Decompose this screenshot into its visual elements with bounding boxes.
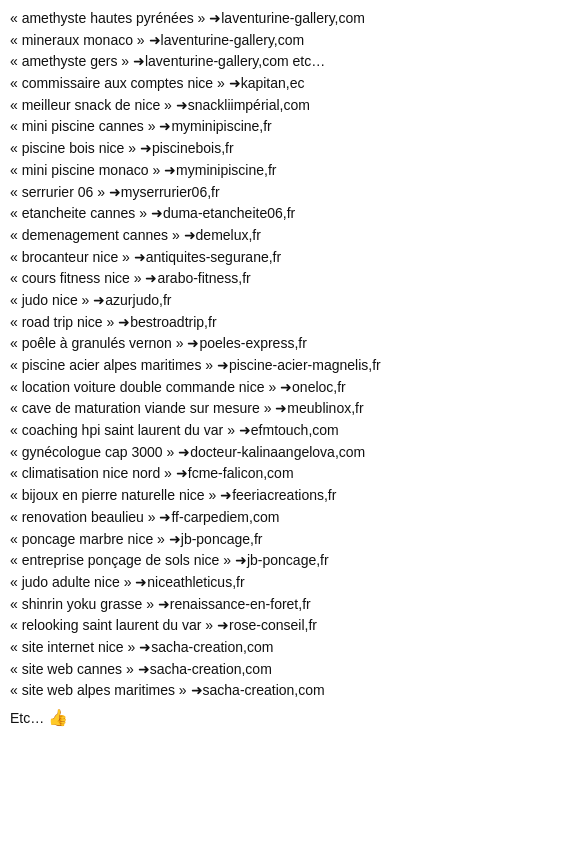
list-item: « site web cannes » ➜sacha-creation,com: [10, 659, 565, 681]
list-item: « amethyste hautes pyrénées » ➜laventuri…: [10, 8, 565, 30]
list-item: « cave de maturation viande sur mesure »…: [10, 398, 565, 420]
list-item: « mini piscine cannes » ➜myminipiscine,f…: [10, 116, 565, 138]
list-item: « judo nice » ➜azurjudo,fr: [10, 290, 565, 312]
list-item: « etancheite cannes » ➜duma-etancheite06…: [10, 203, 565, 225]
list-item: « judo adulte nice » ➜niceathleticus,fr: [10, 572, 565, 594]
list-item: « bijoux en pierre naturelle nice » ➜fee…: [10, 485, 565, 507]
list-item: « gynécologue cap 3000 » ➜docteur-kalina…: [10, 442, 565, 464]
list-item: « relooking saint laurent du var » ➜rose…: [10, 615, 565, 637]
list-item: « coaching hpi saint laurent du var » ➜e…: [10, 420, 565, 442]
list-item: « amethyste gers » ➜laventurine-gallery,…: [10, 51, 565, 73]
list-item: « location voiture double commande nice …: [10, 377, 565, 399]
list-item: « poncage marbre nice » ➜jb-poncage,fr: [10, 529, 565, 551]
list-item: « site web alpes maritimes » ➜sacha-crea…: [10, 680, 565, 702]
list-item: « brocanteur nice » ➜antiquites-segurane…: [10, 247, 565, 269]
list-item: « piscine bois nice » ➜piscinebois,fr: [10, 138, 565, 160]
list-item: « demenagement cannes » ➜demelux,fr: [10, 225, 565, 247]
list-item: « meilleur snack de nice » ➜snackliimpér…: [10, 95, 565, 117]
list-item: « serrurier 06 » ➜myserrurier06,fr: [10, 182, 565, 204]
list-item: « mini piscine monaco » ➜myminipiscine,f…: [10, 160, 565, 182]
etc-label: Etc…: [10, 708, 44, 730]
list-item: « poêle à granulés vernon » ➜poeles-expr…: [10, 333, 565, 355]
entries-list: « amethyste hautes pyrénées » ➜laventuri…: [10, 8, 565, 702]
list-item: « commissaire aux comptes nice » ➜kapita…: [10, 73, 565, 95]
list-item: « entreprise ponçage de sols nice » ➜jb-…: [10, 550, 565, 572]
list-item: « piscine acier alpes maritimes » ➜pisci…: [10, 355, 565, 377]
footer-line: Etc… 👍: [10, 706, 565, 731]
list-item: « climatisation nice nord » ➜fcme-falico…: [10, 463, 565, 485]
list-item: « mineraux monaco » ➜laventurine-gallery…: [10, 30, 565, 52]
list-item: « site internet nice » ➜sacha-creation,c…: [10, 637, 565, 659]
content-area: « amethyste hautes pyrénées » ➜laventuri…: [10, 8, 565, 731]
list-item: « shinrin yoku grasse » ➜renaissance-en-…: [10, 594, 565, 616]
list-item: « renovation beaulieu » ➜ff-carpediem,co…: [10, 507, 565, 529]
list-item: « road trip nice » ➜bestroadtrip,fr: [10, 312, 565, 334]
list-item: « cours fitness nice » ➜arabo-fitness,fr: [10, 268, 565, 290]
thumbs-icon: 👍: [48, 706, 68, 731]
